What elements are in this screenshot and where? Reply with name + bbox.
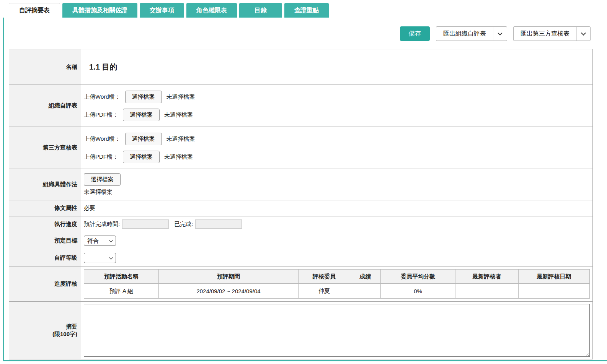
row-org-self-eval: 組織自評表 上傳Word檔： 選擇檔案 未選擇檔案 上傳PDF檔： 選擇檔案 未… (9, 85, 593, 127)
review-cell: 仲夏 (299, 284, 350, 299)
row-target-goal: 預定目標 符合 (9, 232, 593, 249)
review-header-cell: 委員平均分數 (381, 270, 455, 284)
field-label-clause-attribute: 條文屬性 (9, 200, 81, 216)
row-summary: 摘要 (限100字) (9, 302, 593, 359)
upload-pdf-label: 上傳PDF檔： (84, 111, 118, 119)
detail-form-table: 名稱 1.1 目的 組織自評表 上傳Word檔： 選擇檔案 未選擇檔案 上傳PD… (9, 49, 593, 359)
row-third-party-check: 第三方查核表 上傳Word檔： 選擇檔案 未選擇檔案 上傳PDF檔： 選擇檔案 … (9, 127, 593, 169)
tab-directory[interactable]: 目錄 (239, 3, 282, 18)
review-cell (455, 284, 519, 299)
row-org-practice: 組織具體作法 選擇檔案 未選擇檔案 (9, 169, 593, 200)
review-header-row: 預評活動名稱 預評期間 評核委員 成績 委員平均分數 最新評核者 最新評核日期 (84, 270, 590, 284)
tab-assigned-matters[interactable]: 交辦事項 (140, 3, 184, 18)
chevron-down-icon[interactable] (493, 27, 507, 41)
summary-label: 摘要 (13, 323, 77, 330)
self-grade-select-wrap (84, 253, 116, 263)
toolbar: 儲存 匯出組織自評表 匯出第三方查核表 (4, 18, 607, 49)
review-header-cell: 預評活動名稱 (84, 270, 159, 284)
export-org-self-eval-label: 匯出組織自評表 (436, 27, 493, 41)
row-clause-attribute: 條文屬性 必要 (9, 200, 593, 216)
upload-word-label: 上傳Word檔： (84, 93, 121, 101)
target-goal-select[interactable]: 符合 (84, 236, 116, 246)
export-third-party-button[interactable]: 匯出第三方查核表 (513, 26, 591, 41)
chevron-down-icon[interactable] (576, 27, 590, 41)
field-label-target-goal: 預定目標 (9, 232, 81, 249)
row-progress-review: 進度評核 預評活動名稱 預評期間 評核委員 成績 (9, 266, 593, 302)
row-execution-progress: 執行進度 預計完成時間: 已完成: (9, 216, 593, 232)
summary-textarea[interactable] (84, 304, 590, 357)
review-cell: 0% (381, 284, 455, 299)
tab-measures-evidence[interactable]: 具體措施及相關佐證 (62, 3, 137, 18)
review-header-cell: 最新評核日期 (519, 270, 590, 284)
review-cell: 2024/09/02 ~ 2024/09/04 (159, 284, 299, 299)
tab-self-eval-summary[interactable]: 自評摘要表 (9, 3, 60, 18)
no-file-text: 未選擇檔案 (164, 153, 193, 161)
no-file-text: 未選擇檔案 (166, 135, 195, 143)
choose-file-button-third-pdf[interactable]: 選擇檔案 (123, 151, 160, 163)
row-name: 名稱 1.1 目的 (9, 49, 593, 85)
completed-label: 已完成: (174, 221, 193, 228)
export-third-party-label: 匯出第三方查核表 (514, 27, 576, 41)
completed-input[interactable] (195, 219, 242, 229)
field-label-self-grade: 自評等級 (9, 249, 81, 266)
review-cell (350, 284, 381, 299)
review-header-cell: 評核委員 (299, 270, 350, 284)
no-file-text: 未選擇檔案 (164, 111, 193, 119)
review-cell (519, 284, 590, 299)
field-label-third-party: 第三方查核表 (9, 127, 81, 169)
no-file-text: 未選擇檔案 (166, 93, 195, 101)
tab-verification-points[interactable]: 查證重點 (284, 3, 329, 18)
review-row: 預評 A 組 2024/09/02 ~ 2024/09/04 仲夏 0% (84, 284, 590, 299)
clause-attribute-value: 必要 (84, 205, 95, 211)
tab-role-permissions[interactable]: 角色權限表 (186, 3, 237, 18)
expected-completion-input[interactable] (122, 219, 169, 229)
field-label-org-practice: 組織具體作法 (9, 169, 81, 200)
self-grade-select[interactable] (84, 253, 116, 263)
choose-file-button-org-pdf[interactable]: 選擇檔案 (123, 109, 160, 121)
save-button[interactable]: 儲存 (400, 26, 430, 41)
review-header-cell: 預評期間 (159, 270, 299, 284)
field-label-name: 名稱 (9, 49, 81, 85)
field-label-org-self-eval: 組織自評表 (9, 85, 81, 127)
choose-file-button-third-word[interactable]: 選擇檔案 (125, 133, 162, 145)
page: 自評摘要表 具體措施及相關佐證 交辦事項 角色權限表 目錄 查證重點 儲存 匯出… (0, 0, 607, 364)
progress-review-table: 預評活動名稱 預評期間 評核委員 成績 委員平均分數 最新評核者 最新評核日期 (84, 269, 590, 299)
choose-file-button-org-word[interactable]: 選擇檔案 (125, 91, 162, 103)
expected-completion-label: 預計完成時間: (84, 221, 120, 228)
tab-panel: 儲存 匯出組織自評表 匯出第三方查核表 名稱 1.1 目的 組織自評表 (3, 18, 607, 361)
upload-pdf-label: 上傳PDF檔： (84, 153, 118, 161)
row-self-grade: 自評等級 (9, 249, 593, 266)
tab-bar: 自評摘要表 具體措施及相關佐證 交辦事項 角色權限表 目錄 查證重點 (9, 3, 607, 18)
choose-file-button-practice[interactable]: 選擇檔案 (84, 173, 121, 186)
field-label-execution-progress: 執行進度 (9, 216, 81, 232)
field-label-summary: 摘要 (限100字) (9, 302, 81, 359)
target-goal-select-wrap: 符合 (84, 236, 116, 246)
review-cell: 預評 A 組 (84, 284, 159, 299)
item-title: 1.1 目的 (84, 62, 590, 72)
export-org-self-eval-button[interactable]: 匯出組織自評表 (436, 26, 507, 41)
upload-word-label: 上傳Word檔： (84, 135, 121, 143)
review-header-cell: 成績 (350, 270, 381, 284)
review-header-cell: 最新評核者 (455, 270, 519, 284)
summary-limit-label: (限100字) (13, 330, 77, 338)
field-label-progress-review: 進度評核 (9, 266, 81, 302)
no-file-text: 未選擇檔案 (84, 188, 113, 196)
